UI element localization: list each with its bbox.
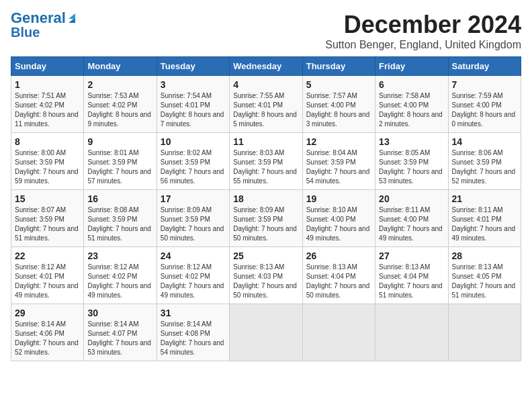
day-info: Sunrise: 8:00 AM Sunset: 3:59 PM Dayligh… xyxy=(15,148,80,186)
day-info: Sunrise: 7:58 AM Sunset: 4:00 PM Dayligh… xyxy=(379,91,444,129)
day-info: Sunrise: 8:14 AM Sunset: 4:07 PM Dayligh… xyxy=(87,320,152,357)
day-cell xyxy=(230,304,302,361)
day-number: 23 xyxy=(87,250,152,261)
title-area: December 2024 Sutton Benger, England, Un… xyxy=(325,11,521,51)
day-cell: 4Sunrise: 7:55 AM Sunset: 4:01 PM Daylig… xyxy=(230,76,302,133)
day-info: Sunrise: 8:03 AM Sunset: 3:59 PM Dayligh… xyxy=(233,148,298,186)
day-info: Sunrise: 7:59 AM Sunset: 4:00 PM Dayligh… xyxy=(452,91,517,129)
day-cell: 6Sunrise: 7:58 AM Sunset: 4:00 PM Daylig… xyxy=(375,76,448,133)
day-info: Sunrise: 7:57 AM Sunset: 4:00 PM Dayligh… xyxy=(306,91,371,129)
day-number: 4 xyxy=(233,79,298,90)
day-number: 10 xyxy=(161,136,226,147)
day-number: 8 xyxy=(15,136,80,147)
day-cell: 8Sunrise: 8:00 AM Sunset: 3:59 PM Daylig… xyxy=(11,133,84,190)
day-cell: 3Sunrise: 7:54 AM Sunset: 4:01 PM Daylig… xyxy=(157,76,229,133)
day-number: 9 xyxy=(87,136,152,147)
col-header-monday: Monday xyxy=(84,57,157,76)
day-number: 19 xyxy=(306,193,371,204)
day-cell xyxy=(448,304,521,361)
day-number: 5 xyxy=(306,79,371,90)
logo-blue: Blue xyxy=(11,26,40,39)
day-cell: 23Sunrise: 8:12 AM Sunset: 4:02 PM Dayli… xyxy=(84,247,157,304)
day-number: 7 xyxy=(452,79,517,90)
day-number: 13 xyxy=(379,136,444,147)
day-number: 18 xyxy=(233,193,298,204)
day-cell: 13Sunrise: 8:05 AM Sunset: 3:59 PM Dayli… xyxy=(375,133,448,190)
day-cell: 9Sunrise: 8:01 AM Sunset: 3:59 PM Daylig… xyxy=(84,133,157,190)
day-number: 21 xyxy=(452,193,517,204)
week-row-5: 29Sunrise: 8:14 AM Sunset: 4:06 PM Dayli… xyxy=(11,304,521,361)
day-cell: 12Sunrise: 8:04 AM Sunset: 3:59 PM Dayli… xyxy=(302,133,375,190)
day-info: Sunrise: 8:12 AM Sunset: 4:02 PM Dayligh… xyxy=(87,263,152,300)
day-cell: 17Sunrise: 8:09 AM Sunset: 3:59 PM Dayli… xyxy=(157,190,229,247)
logo-general: General xyxy=(11,9,66,26)
day-number: 16 xyxy=(87,193,152,204)
day-cell: 15Sunrise: 8:07 AM Sunset: 3:59 PM Dayli… xyxy=(11,190,84,247)
day-cell: 24Sunrise: 8:12 AM Sunset: 4:02 PM Dayli… xyxy=(157,247,229,304)
day-number: 20 xyxy=(379,193,444,204)
day-info: Sunrise: 8:13 AM Sunset: 4:04 PM Dayligh… xyxy=(306,263,371,300)
day-cell: 26Sunrise: 8:13 AM Sunset: 4:04 PM Dayli… xyxy=(302,247,375,304)
day-info: Sunrise: 8:12 AM Sunset: 4:01 PM Dayligh… xyxy=(15,263,80,300)
day-cell: 20Sunrise: 8:11 AM Sunset: 4:00 PM Dayli… xyxy=(375,190,448,247)
month-title: December 2024 xyxy=(325,11,521,39)
day-info: Sunrise: 8:02 AM Sunset: 3:59 PM Dayligh… xyxy=(161,148,226,186)
day-cell: 30Sunrise: 8:14 AM Sunset: 4:07 PM Dayli… xyxy=(84,304,157,361)
day-cell: 22Sunrise: 8:12 AM Sunset: 4:01 PM Dayli… xyxy=(11,247,84,304)
day-number: 11 xyxy=(233,136,298,147)
day-info: Sunrise: 8:14 AM Sunset: 4:08 PM Dayligh… xyxy=(161,320,226,357)
day-number: 27 xyxy=(379,250,444,261)
col-header-wednesday: Wednesday xyxy=(230,57,302,76)
day-cell: 28Sunrise: 8:13 AM Sunset: 4:05 PM Dayli… xyxy=(448,247,521,304)
day-cell: 19Sunrise: 8:10 AM Sunset: 4:00 PM Dayli… xyxy=(302,190,375,247)
day-cell: 29Sunrise: 8:14 AM Sunset: 4:06 PM Dayli… xyxy=(11,304,84,361)
day-number: 25 xyxy=(233,250,298,261)
day-info: Sunrise: 8:12 AM Sunset: 4:02 PM Dayligh… xyxy=(161,263,226,300)
day-number: 12 xyxy=(306,136,371,147)
day-info: Sunrise: 7:54 AM Sunset: 4:01 PM Dayligh… xyxy=(161,91,226,129)
col-header-tuesday: Tuesday xyxy=(157,57,229,76)
day-info: Sunrise: 8:04 AM Sunset: 3:59 PM Dayligh… xyxy=(306,148,371,186)
day-info: Sunrise: 8:09 AM Sunset: 3:59 PM Dayligh… xyxy=(161,205,226,243)
day-number: 26 xyxy=(306,250,371,261)
day-info: Sunrise: 8:09 AM Sunset: 3:59 PM Dayligh… xyxy=(233,205,298,243)
day-info: Sunrise: 8:14 AM Sunset: 4:06 PM Dayligh… xyxy=(15,320,80,357)
day-cell: 27Sunrise: 8:13 AM Sunset: 4:04 PM Dayli… xyxy=(375,247,448,304)
calendar-table: SundayMondayTuesdayWednesdayThursdayFrid… xyxy=(11,56,521,361)
day-info: Sunrise: 8:05 AM Sunset: 3:59 PM Dayligh… xyxy=(379,148,444,186)
day-cell: 2Sunrise: 7:53 AM Sunset: 4:02 PM Daylig… xyxy=(84,76,157,133)
day-info: Sunrise: 8:07 AM Sunset: 3:59 PM Dayligh… xyxy=(15,205,80,243)
week-row-1: 1Sunrise: 7:51 AM Sunset: 4:02 PM Daylig… xyxy=(11,76,521,133)
day-info: Sunrise: 8:10 AM Sunset: 4:00 PM Dayligh… xyxy=(306,205,371,243)
day-info: Sunrise: 8:13 AM Sunset: 4:05 PM Dayligh… xyxy=(452,263,517,300)
logo-text: General xyxy=(11,11,66,26)
day-cell: 1Sunrise: 7:51 AM Sunset: 4:02 PM Daylig… xyxy=(11,76,84,133)
day-info: Sunrise: 8:08 AM Sunset: 3:59 PM Dayligh… xyxy=(87,205,152,243)
day-number: 1 xyxy=(15,79,80,90)
day-info: Sunrise: 7:53 AM Sunset: 4:02 PM Dayligh… xyxy=(87,91,152,129)
logo: General Blue xyxy=(11,11,78,39)
day-info: Sunrise: 8:13 AM Sunset: 4:03 PM Dayligh… xyxy=(233,263,298,300)
day-cell xyxy=(375,304,448,361)
week-row-3: 15Sunrise: 8:07 AM Sunset: 3:59 PM Dayli… xyxy=(11,190,521,247)
day-number: 24 xyxy=(161,250,226,261)
day-number: 28 xyxy=(452,250,517,261)
day-cell: 16Sunrise: 8:08 AM Sunset: 3:59 PM Dayli… xyxy=(84,190,157,247)
day-info: Sunrise: 8:11 AM Sunset: 4:00 PM Dayligh… xyxy=(379,205,444,243)
svg-marker-1 xyxy=(69,13,75,19)
day-number: 14 xyxy=(452,136,517,147)
day-cell: 31Sunrise: 8:14 AM Sunset: 4:08 PM Dayli… xyxy=(157,304,229,361)
day-number: 3 xyxy=(161,79,226,90)
day-cell xyxy=(302,304,375,361)
col-header-friday: Friday xyxy=(375,57,448,76)
week-row-2: 8Sunrise: 8:00 AM Sunset: 3:59 PM Daylig… xyxy=(11,133,521,190)
day-cell: 5Sunrise: 7:57 AM Sunset: 4:00 PM Daylig… xyxy=(302,76,375,133)
day-cell: 14Sunrise: 8:06 AM Sunset: 3:59 PM Dayli… xyxy=(448,133,521,190)
day-number: 17 xyxy=(161,193,226,204)
day-number: 31 xyxy=(161,308,226,318)
day-info: Sunrise: 8:11 AM Sunset: 4:01 PM Dayligh… xyxy=(452,205,517,243)
day-info: Sunrise: 7:55 AM Sunset: 4:01 PM Dayligh… xyxy=(233,91,298,129)
col-header-thursday: Thursday xyxy=(302,57,375,76)
header-row: SundayMondayTuesdayWednesdayThursdayFrid… xyxy=(11,57,521,76)
day-cell: 18Sunrise: 8:09 AM Sunset: 3:59 PM Dayli… xyxy=(230,190,302,247)
